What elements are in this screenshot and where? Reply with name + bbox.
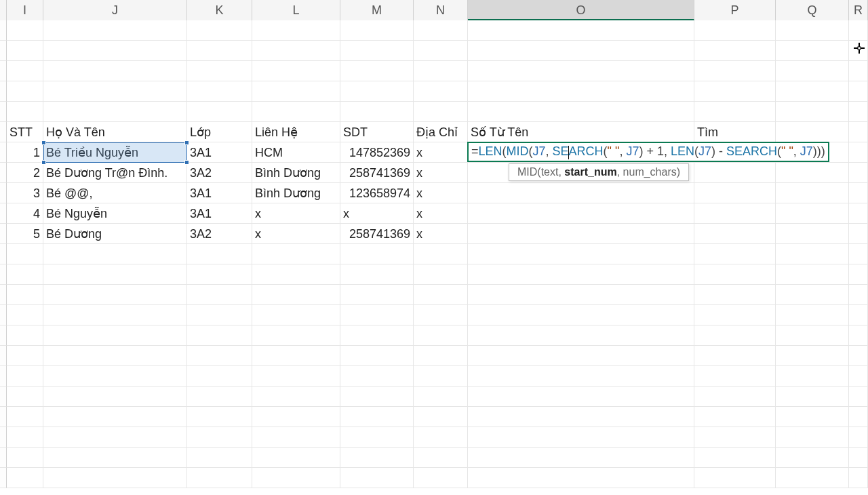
row-hdr[interactable] (0, 203, 7, 224)
cell[interactable] (340, 305, 414, 325)
cell[interactable] (7, 41, 43, 61)
col-header-R[interactable]: R (849, 0, 868, 20)
cell[interactable] (776, 305, 849, 325)
cell[interactable] (414, 20, 468, 41)
cell[interactable] (7, 427, 43, 448)
cell[interactable] (776, 81, 849, 102)
cell[interactable] (776, 20, 849, 41)
cell[interactable] (7, 366, 43, 387)
cell-address[interactable]: x (414, 183, 468, 203)
cell[interactable] (414, 264, 468, 285)
cell[interactable] (694, 305, 776, 325)
row-hdr[interactable] (0, 448, 7, 468)
row-hdr[interactable] (0, 102, 7, 122)
cell[interactable] (187, 366, 252, 387)
cell[interactable] (694, 448, 776, 468)
cell-stt[interactable]: 1 (7, 142, 43, 163)
cell[interactable] (694, 325, 776, 346)
cell[interactable] (43, 387, 187, 407)
cell-header-lienhe[interactable]: Liên Hệ (252, 122, 340, 142)
cell[interactable] (849, 163, 868, 183)
cell[interactable] (468, 183, 694, 203)
cell[interactable] (340, 20, 414, 41)
cell[interactable] (43, 61, 187, 81)
cell[interactable] (43, 244, 187, 264)
cell[interactable] (694, 81, 776, 102)
row-hdr[interactable] (0, 20, 7, 41)
row-hdr[interactable] (0, 122, 7, 142)
cell[interactable] (43, 346, 187, 366)
cell[interactable] (252, 81, 340, 102)
cell[interactable] (43, 264, 187, 285)
row-hdr[interactable] (0, 61, 7, 81)
cell[interactable] (7, 20, 43, 41)
row-hdr[interactable] (0, 468, 7, 488)
cell-phone[interactable]: 123658974 (340, 183, 414, 203)
row-hdr[interactable] (0, 285, 7, 305)
cell[interactable] (252, 41, 340, 61)
cell-name[interactable]: Bé Dương Tr@n Đình. (43, 163, 187, 183)
cell[interactable] (43, 81, 187, 102)
cell[interactable] (252, 244, 340, 264)
cell-name[interactable]: Bé Dương (43, 224, 187, 244)
cell-class[interactable]: 3A2 (187, 163, 252, 183)
row-hdr[interactable] (0, 346, 7, 366)
cell[interactable] (849, 244, 868, 264)
cell[interactable] (7, 468, 43, 488)
cell[interactable] (776, 325, 849, 346)
cell[interactable] (7, 61, 43, 81)
row-hdr[interactable] (0, 163, 7, 183)
cell[interactable] (776, 448, 849, 468)
cell[interactable] (43, 102, 187, 122)
cell[interactable] (468, 427, 694, 448)
cell[interactable] (468, 346, 694, 366)
cell[interactable] (252, 366, 340, 387)
cell-stt[interactable]: 4 (7, 203, 43, 224)
cell[interactable] (43, 285, 187, 305)
cell[interactable] (340, 61, 414, 81)
cell[interactable] (340, 102, 414, 122)
row-hdr[interactable] (0, 387, 7, 407)
cell[interactable] (468, 81, 694, 102)
cell[interactable] (43, 305, 187, 325)
cell[interactable] (468, 366, 694, 387)
cell[interactable] (849, 387, 868, 407)
range-handle[interactable] (41, 140, 46, 145)
cell[interactable] (7, 285, 43, 305)
spreadsheet[interactable]: I J K L M N O P Q R (0, 0, 868, 495)
cell[interactable] (414, 244, 468, 264)
cell[interactable] (849, 224, 868, 244)
cell[interactable] (694, 244, 776, 264)
cell-name[interactable]: Bé Triều Nguyễn (43, 142, 187, 163)
cell[interactable] (252, 427, 340, 448)
row-hdr[interactable] (0, 183, 7, 203)
cell[interactable] (7, 264, 43, 285)
cell[interactable] (7, 81, 43, 102)
cell-class[interactable]: 3A1 (187, 183, 252, 203)
cell[interactable] (468, 407, 694, 427)
cell[interactable] (414, 61, 468, 81)
cell[interactable] (414, 325, 468, 346)
cell[interactable] (694, 387, 776, 407)
cell-contact[interactable]: x (252, 203, 340, 224)
cell[interactable] (468, 244, 694, 264)
cell-header-stt[interactable]: STT (7, 122, 43, 142)
cell[interactable] (252, 102, 340, 122)
cell[interactable] (776, 224, 849, 244)
cell[interactable] (776, 468, 849, 488)
row-hdr[interactable] (0, 407, 7, 427)
row-hdr[interactable] (0, 41, 7, 61)
cell[interactable] (694, 41, 776, 61)
cell[interactable] (414, 448, 468, 468)
cell[interactable] (7, 407, 43, 427)
cell[interactable] (468, 387, 694, 407)
cell[interactable] (468, 264, 694, 285)
cell[interactable] (694, 427, 776, 448)
cell-contact[interactable]: x (252, 224, 340, 244)
cell-phone[interactable]: 147852369 (340, 142, 414, 163)
cell-contact[interactable]: Bình Dương (252, 183, 340, 203)
cell[interactable] (340, 285, 414, 305)
cell[interactable] (849, 305, 868, 325)
row-hdr[interactable] (0, 142, 7, 163)
cell[interactable] (43, 468, 187, 488)
